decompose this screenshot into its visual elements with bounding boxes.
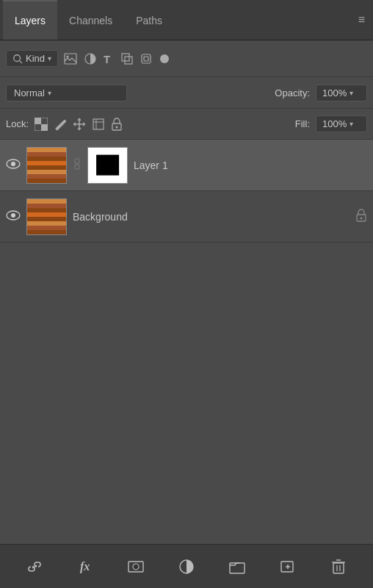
kind-label: Kind — [26, 53, 45, 64]
visibility-icon[interactable] — [6, 159, 21, 172]
bottom-toolbar: fx — [0, 544, 373, 588]
group-layers-button[interactable] — [224, 553, 250, 580]
background-lock-icon — [355, 209, 367, 224]
layer-effects-button[interactable]: fx — [72, 553, 98, 580]
lock-transparent-icon[interactable] — [35, 118, 48, 131]
tabs-bar: Layers Channels Paths ≡ — [0, 0, 373, 40]
fill-chevron: ▾ — [350, 120, 353, 128]
layer-thumbnail — [26, 147, 67, 184]
svg-rect-7 — [125, 57, 132, 64]
blend-mode-value: Normal — [14, 87, 45, 98]
svg-point-18 — [11, 162, 15, 166]
svg-point-16 — [116, 126, 118, 128]
layer-mask-thumbnail — [87, 147, 128, 184]
svg-point-10 — [160, 54, 169, 63]
smart-filter-icon[interactable] — [140, 53, 152, 65]
svg-rect-33 — [333, 563, 344, 573]
blend-opacity-row: Normal ▾ Opacity: 100% ▾ — [0, 77, 373, 109]
filter-row: Kind ▾ T — [0, 40, 373, 77]
new-layer-button[interactable] — [275, 553, 301, 580]
new-adjustment-button[interactable] — [173, 553, 200, 580]
svg-rect-6 — [122, 54, 129, 61]
filter-icons: T — [64, 53, 170, 65]
svg-point-0 — [14, 54, 21, 61]
fx-label: fx — [80, 560, 90, 573]
svg-point-3 — [67, 55, 69, 57]
chain-icon — [73, 157, 82, 173]
delete-layer-button[interactable] — [325, 553, 352, 580]
image-filter-icon[interactable] — [64, 53, 77, 65]
svg-rect-9 — [144, 57, 148, 61]
text-filter-icon[interactable]: T — [104, 53, 114, 65]
opacity-chevron: ▾ — [350, 89, 353, 97]
kind-dropdown[interactable]: Kind ▾ — [6, 50, 58, 67]
opacity-value: 100% — [322, 87, 347, 98]
kind-chevron: ▾ — [48, 54, 51, 62]
link-layers-button[interactable] — [21, 553, 48, 580]
main-content-area — [0, 243, 373, 544]
adjustment-filter-icon[interactable] — [84, 53, 96, 65]
lock-position-icon[interactable] — [73, 118, 86, 131]
svg-rect-11 — [35, 118, 41, 124]
svg-point-27 — [133, 564, 139, 570]
fill-value: 100% — [322, 118, 347, 129]
lock-artboard-icon[interactable] — [92, 118, 105, 131]
tab-channels[interactable]: Channels — [57, 0, 124, 40]
svg-rect-19 — [75, 159, 79, 163]
layer-thumbnail — [26, 198, 67, 235]
svg-rect-20 — [75, 165, 79, 169]
svg-text:T: T — [104, 53, 110, 65]
blend-mode-dropdown[interactable]: Normal ▾ — [6, 85, 127, 101]
svg-rect-14 — [93, 119, 104, 129]
lock-icons — [35, 118, 123, 131]
svg-rect-8 — [142, 54, 151, 63]
svg-point-25 — [361, 218, 363, 220]
lock-all-icon[interactable] — [111, 118, 123, 131]
layers-list: Layer 1 Background — [0, 140, 373, 243]
tab-layers[interactable]: Layers — [3, 0, 57, 40]
search-icon — [12, 54, 23, 64]
opacity-label: Opacity: — [275, 87, 310, 98]
tab-paths[interactable]: Paths — [124, 0, 174, 40]
lock-row: Lock: — [0, 109, 373, 140]
layer-row[interactable]: Layer 1 — [0, 140, 373, 191]
layer-name: Layer 1 — [134, 159, 367, 171]
fill-label: Fill: — [295, 118, 310, 129]
svg-line-1 — [20, 60, 23, 63]
add-mask-button[interactable] — [123, 553, 149, 580]
blend-mode-chevron: ▾ — [48, 89, 51, 97]
lock-label: Lock: — [6, 118, 29, 129]
shape-filter-icon[interactable] — [121, 53, 133, 65]
panel-menu-icon[interactable]: ≡ — [358, 13, 366, 26]
opacity-dropdown[interactable]: 100% ▾ — [316, 85, 367, 101]
pixel-filter-icon[interactable] — [159, 53, 170, 65]
lock-image-icon[interactable] — [54, 118, 67, 131]
svg-point-23 — [11, 213, 15, 218]
layer-row[interactable]: Background — [0, 191, 373, 243]
fill-dropdown[interactable]: 100% ▾ — [316, 115, 367, 132]
svg-rect-12 — [41, 124, 48, 131]
layer-name: Background — [73, 211, 350, 223]
svg-rect-29 — [230, 563, 245, 573]
visibility-icon[interactable] — [6, 210, 21, 223]
